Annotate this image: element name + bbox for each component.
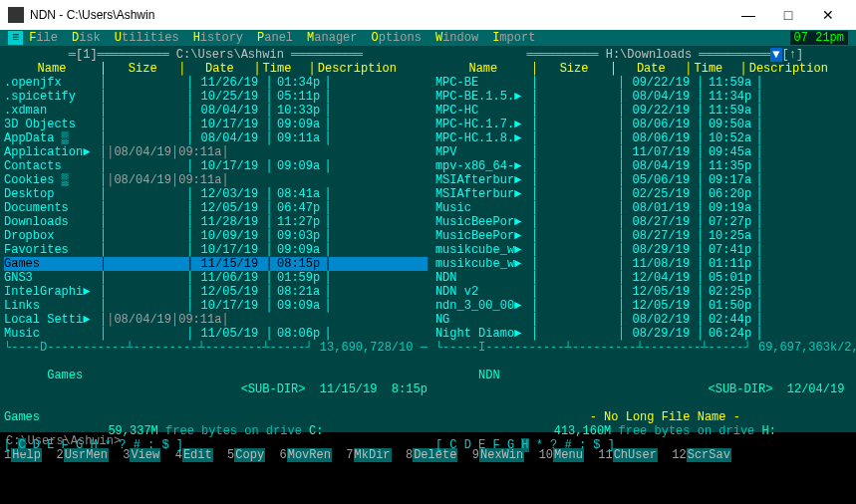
list-item[interactable]: MPV││11/07/19│09:45a│ <box>435 145 856 159</box>
left-drive-bar[interactable]: [ C D E F G H * ? # : $ ] <box>4 438 428 452</box>
minimize-button[interactable]: — <box>728 8 768 22</box>
list-item[interactable]: NDN v2││12/05/19│02:25p│ <box>435 285 856 299</box>
list-item[interactable]: Downloads││11/28/19│11:27p│ <box>4 215 428 229</box>
list-item[interactable]: ndn_3_00_00►││12/05/19│01:50p│ <box>435 299 856 313</box>
list-item[interactable]: Games││11/15/19│08:15p│ <box>4 257 428 271</box>
right-file-list[interactable]: MPC-BE││09/22/19│11:59a│MPC-BE.1.5.►││08… <box>435 76 856 341</box>
list-item[interactable]: .xdman││08/04/19│10:33p│ <box>4 104 428 118</box>
menu-mport[interactable]: Import <box>492 31 535 45</box>
right-current-file: NDN <SUB-DIR> 12/04/19 5:01p <box>435 355 856 410</box>
left-free-space: 59,337M free bytes on drive C: <box>4 424 428 438</box>
list-item[interactable]: MSIAfterbur►││02/25/19│06:20p│ <box>435 187 856 201</box>
list-item[interactable]: Music││11/05/19│08:06p│ <box>4 327 428 341</box>
list-item[interactable]: Contacts││10/17/19│09:09a│ <box>4 159 428 173</box>
right-no-long-name: - No Long File Name - <box>435 410 856 424</box>
panels: ═[1]══════════ C:\Users\Ashwin ═════════… <box>0 46 856 432</box>
menu-start[interactable]: ≡ <box>8 31 23 45</box>
list-item[interactable]: Links││10/17/19│09:09a│ <box>4 299 428 313</box>
list-item[interactable]: .spicetify││10/25/19│05:11p│ <box>4 90 428 104</box>
list-item[interactable]: Favorites││10/17/19│09:09a│ <box>4 243 428 257</box>
left-file-list[interactable]: .openjfx││11/26/19│01:34p│.spicetify││10… <box>4 76 428 341</box>
list-item[interactable]: MSIAfterbur►││05/06/19│09:17a│ <box>435 173 856 187</box>
menu-bar: ≡ FileDiskUtilitiesHistoryPanelManagerOp… <box>0 30 856 46</box>
left-status-d: └----D-----------┴---------┴--------┴---… <box>4 341 428 355</box>
list-item[interactable]: Documents││12/05/19│06:47p│ <box>4 201 428 215</box>
clock: 07 21pm <box>790 31 848 45</box>
left-current-file: Games <SUB-DIR> 11/15/19 8:15p <box>4 355 428 410</box>
list-item[interactable]: GNS3││11/06/19│01:59p│ <box>4 271 428 285</box>
window-title: NDN - C:\Users\Ashwin <box>30 8 154 22</box>
list-item[interactable]: MPC-HC.1.8.►││08/06/19│10:52a│ <box>435 131 856 145</box>
left-panel-title: ═[1]══════════ C:\Users\Ashwin ═════════… <box>4 48 428 62</box>
menu-anel[interactable]: Panel <box>257 31 293 45</box>
app-icon <box>8 7 24 23</box>
left-panel[interactable]: ═[1]══════════ C:\Users\Ashwin ═════════… <box>0 46 431 432</box>
list-item[interactable]: 3D Objects││10/17/19│09:09a│ <box>4 118 428 131</box>
menu-ptions[interactable]: Options <box>372 31 422 45</box>
list-item[interactable]: Cookies ▒││08/04/19│09:11a│ <box>4 173 428 187</box>
list-item[interactable]: Application►││08/04/19│09:11a│ <box>4 145 428 159</box>
list-item[interactable]: MusicBeePor►││08/27/19│10:25a│ <box>435 229 856 243</box>
list-item[interactable]: MPC-HC││09/22/19│11:59a│ <box>435 104 856 118</box>
list-item[interactable]: NG││08/02/19│02:44p│ <box>435 313 856 327</box>
window-titlebar: NDN - C:\Users\Ashwin — □ ✕ <box>0 0 856 30</box>
list-item[interactable]: .openjfx││11/26/19│01:34p│ <box>4 76 428 90</box>
list-item[interactable]: Local Setti►││08/04/19│09:11a│ <box>4 313 428 327</box>
list-item[interactable]: Desktop││12/03/19│08:41a│ <box>4 187 428 201</box>
menu-isk[interactable]: Disk <box>72 31 101 45</box>
list-item[interactable]: Dropbox││10/09/19│09:03p│ <box>4 229 428 243</box>
list-item[interactable]: Music││08/01/19│09:19a│ <box>435 201 856 215</box>
list-item[interactable]: mpv-x86_64-►││08/04/19│11:35p│ <box>435 159 856 173</box>
list-item[interactable]: MPC-BE.1.5.►││08/04/19│11:34p│ <box>435 90 856 104</box>
right-free-space: 413,160M free bytes on drive H: <box>435 424 856 438</box>
list-item[interactable]: MPC-BE││09/22/19│11:59a│ <box>435 76 856 90</box>
right-drive-bar[interactable]: [ C D E F G H * ? # : $ ] <box>435 438 856 452</box>
right-status-d: └-----I-----------┴---------┴--------┴--… <box>435 341 856 355</box>
list-item[interactable]: IntelGraphi►││12/05/19│08:21a│ <box>4 285 428 299</box>
menu-indow[interactable]: Window <box>435 31 478 45</box>
menu-ile[interactable]: File <box>29 31 58 45</box>
right-column-headers: Name│ Size│ Date│ Time│ Description <box>435 62 856 76</box>
close-button[interactable]: ✕ <box>808 8 848 22</box>
right-panel-title: ══════════ H:\Downloads ══════════▼[↑] <box>435 48 856 62</box>
list-item[interactable]: AppData ▒││08/04/19│09:11a│ <box>4 131 428 145</box>
left-long-name: Games <box>4 410 428 424</box>
maximize-button[interactable]: □ <box>768 8 808 22</box>
list-item[interactable]: Night Diamo►││08/29/19│06:24p│ <box>435 327 856 341</box>
menu-istory[interactable]: History <box>193 31 243 45</box>
right-panel[interactable]: ══════════ H:\Downloads ══════════▼[↑] N… <box>431 46 856 432</box>
list-item[interactable]: musikcube_w►││08/29/19│07:41p│ <box>435 243 856 257</box>
list-item[interactable]: NDN││12/04/19│05:01p│ <box>435 271 856 285</box>
menu-anager[interactable]: Manager <box>307 31 357 45</box>
left-column-headers: Name│ Size│ Date│ Time│ Description <box>4 62 428 76</box>
list-item[interactable]: MusicBeePor►││08/27/19│07:27p│ <box>435 215 856 229</box>
menu-tilities[interactable]: Utilities <box>115 31 179 45</box>
list-item[interactable]: MPC-HC.1.7.►││08/06/19│09:50a│ <box>435 118 856 131</box>
list-item[interactable]: musikcube_w►││11/08/19│01:11p│ <box>435 257 856 271</box>
